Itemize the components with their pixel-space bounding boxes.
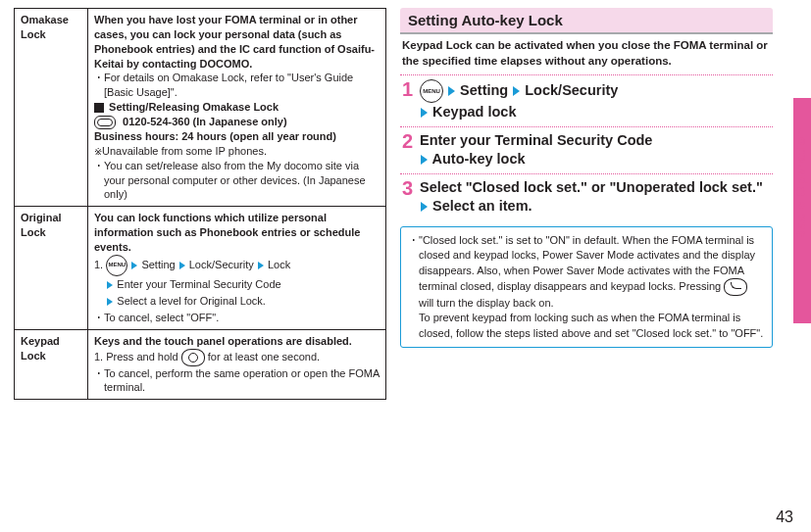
s1a: Setting	[460, 82, 508, 98]
subhead-text: Setting/Releasing Omakase Lock	[109, 101, 279, 113]
row1-name: Omakase Lock	[15, 9, 88, 207]
section-title: Setting Auto-key Lock	[400, 8, 773, 34]
row2-desc: You can lock functions which utilize per…	[88, 207, 386, 330]
row2-name: Original Lock	[15, 207, 88, 330]
bullet-dot: ･	[94, 311, 104, 325]
callout-text: "Closed lock set." is set to "ON" in def…	[419, 233, 764, 341]
row1-bullet1: ･ For details on Omakase Lock, refer to …	[94, 71, 380, 100]
dotted-divider	[400, 173, 773, 174]
s1b: for at least one second.	[208, 351, 320, 363]
step-number-2: 2	[402, 131, 420, 151]
bullet-dot: ･	[94, 366, 104, 396]
callout-c: To prevent keypad from locking such as w…	[419, 312, 763, 338]
arrow-icon	[107, 298, 113, 306]
bullet-text: To cancel, perform the same operation or…	[104, 366, 380, 396]
step-number-1: 1	[402, 79, 420, 99]
callout-a: "Closed lock set." is set to "ON" in def…	[419, 234, 755, 292]
table-row: Keypad Lock Keys and the touch panel ope…	[15, 329, 386, 400]
row1-desc: When you have lost your FOMA terminal or…	[88, 9, 386, 207]
square-icon	[94, 103, 104, 113]
right-column: Setting Auto-key Lock Keypad Lock can be…	[400, 8, 773, 400]
left-column: Omakase Lock When you have lost your FOM…	[14, 8, 386, 400]
arrow-icon	[179, 262, 185, 269]
arrow-icon	[107, 281, 113, 289]
step1-body: MENU Setting Lock/Security Keypad lock	[420, 79, 618, 122]
row1-bullet2: ･ You can set/release also from the My d…	[94, 159, 380, 203]
menu-icon: MENU	[420, 79, 443, 103]
row1-subhead: Setting/Releasing Omakase Lock	[94, 100, 380, 115]
arrow-icon	[513, 86, 520, 96]
row2-step: 1. MENU Setting Lock/Security Lock 1. En…	[94, 255, 380, 311]
page-number: 43	[776, 508, 793, 526]
s3a: Select "Closed lock set." or "Unoperated…	[420, 179, 763, 195]
row3-step: 1. Press and hold for at least one secon…	[94, 349, 380, 366]
callout-b: will turn the display back on.	[419, 297, 554, 309]
bullet-dot: ･	[409, 233, 419, 341]
row3-name: Keypad Lock	[15, 329, 88, 400]
p3: Lock	[268, 259, 290, 270]
phone-text: 0120-524-360 (In Japanese only)	[123, 116, 287, 127]
arrow-icon	[421, 202, 428, 212]
table-row: Original Lock You can lock functions whi…	[15, 207, 386, 330]
section-lead: Keypad Lock can be activated when you cl…	[400, 34, 773, 71]
dotted-divider	[400, 74, 773, 75]
s3b: Select an item.	[432, 198, 532, 214]
callout-bullet: ･ "Closed lock set." is set to "ON" in d…	[409, 233, 764, 341]
step2-body: Enter your Terminal Security Code Auto-k…	[420, 131, 652, 169]
p4: Enter your Terminal Security Code	[117, 278, 280, 290]
row3-lead: Keys and the touch panel operations are …	[94, 334, 380, 349]
bullet-dot: ･	[94, 71, 104, 100]
menu-icon: MENU	[106, 255, 127, 276]
p1: Setting	[141, 259, 175, 270]
bullet-text: You can set/release also from the My doc…	[104, 159, 380, 203]
row3-desc: Keys and the touch panel operations are …	[88, 329, 386, 400]
s1a: 1. Press and hold	[94, 351, 181, 363]
bullet-text: To cancel, select "OFF".	[104, 311, 380, 325]
s2a: Enter your Terminal Security Code	[420, 132, 652, 148]
step-3: 3 Select "Closed lock set." or "Unoperat…	[402, 178, 773, 217]
arrow-icon	[448, 86, 455, 96]
step-number-3: 3	[402, 178, 420, 198]
s1b: Lock/Security	[525, 82, 618, 98]
lock-table: Omakase Lock When you have lost your FOM…	[14, 8, 386, 400]
step-2: 2 Enter your Terminal Security Code Auto…	[402, 131, 773, 169]
note-mark: ※	[94, 146, 102, 157]
row1-lead: When you have lost your FOMA terminal or…	[94, 13, 380, 71]
p5: Select a level for Original Lock.	[117, 295, 266, 307]
arrow-icon	[421, 108, 428, 118]
bullet-text: For details on Omakase Lock, refer to "U…	[104, 71, 380, 100]
row1-phone: 0120-524-360 (In Japanese only)	[94, 115, 380, 129]
note-text: Unavailable from some IP phones.	[102, 145, 267, 157]
row3-bullet1: ･ To cancel, perform the same operation …	[94, 366, 380, 396]
arrow-icon	[131, 262, 137, 269]
row2-lead: You can lock functions which utilize per…	[94, 211, 380, 255]
table-row: Omakase Lock When you have lost your FOM…	[15, 9, 386, 207]
s1c: Keypad lock	[432, 104, 516, 120]
step-1: 1 MENU Setting Lock/Security Keypad lock	[402, 79, 773, 122]
p2: Lock/Security	[189, 259, 254, 270]
row2-bullet1: ･ To cancel, select "OFF".	[94, 311, 380, 325]
freecall-icon	[94, 116, 116, 129]
side-label: Basic Operation	[793, 127, 808, 240]
step3-body: Select "Closed lock set." or "Unoperated…	[420, 178, 773, 217]
row1-note: ※Unavailable from some IP phones.	[94, 144, 380, 159]
page-body: Omakase Lock When you have lost your FOM…	[0, 0, 811, 400]
arrow-icon	[421, 155, 428, 165]
arrow-icon	[258, 262, 264, 269]
step-num: 1.	[94, 259, 103, 270]
return-key-icon	[724, 278, 747, 296]
dotted-divider	[400, 126, 773, 127]
row1-hours: Business hours: 24 hours (open all year …	[94, 129, 380, 144]
s2b: Auto-key lock	[432, 151, 526, 167]
bullet-dot: ･	[94, 159, 104, 203]
center-key-icon	[181, 349, 205, 366]
callout-box: ･ "Closed lock set." is set to "ON" in d…	[400, 226, 773, 348]
